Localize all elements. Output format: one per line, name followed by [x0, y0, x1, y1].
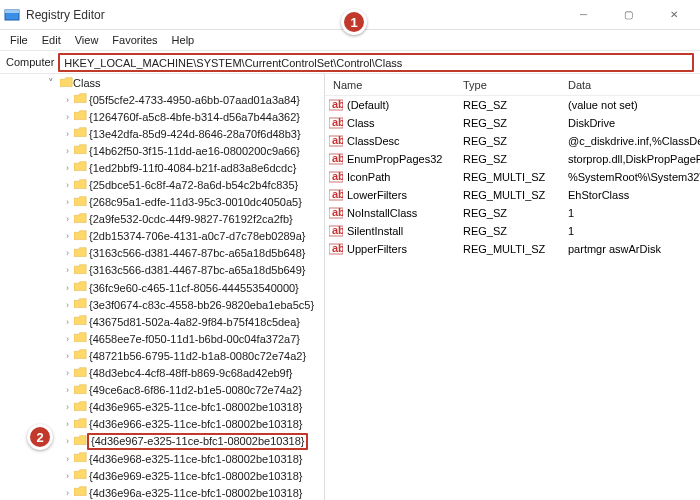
tree-node-label: {49ce6ac8-6f86-11d2-b1e5-0080c72e74a2} — [87, 384, 302, 396]
expand-icon[interactable]: › — [62, 351, 73, 361]
tree-node-label: {4d36e967-e325-11ce-bfc1-08002be10318} — [87, 433, 308, 450]
list-pane[interactable]: Name Type Data ab(Default)REG_SZ(value n… — [325, 74, 700, 500]
expand-icon[interactable]: › — [62, 112, 73, 122]
expand-icon[interactable]: › — [62, 214, 73, 224]
folder-icon — [73, 247, 87, 260]
expand-icon[interactable]: › — [62, 129, 73, 139]
value-name: ClassDesc — [347, 135, 400, 147]
tree-node-label: {4d36e966-e325-11ce-bfc1-08002be10318} — [87, 418, 302, 430]
tree-node[interactable]: ›{268c95a1-edfe-11d3-95c3-0010dc4050a5} — [62, 194, 324, 211]
list-row[interactable]: abEnumPropPages32REG_SZstorprop.dll,Disk… — [325, 150, 700, 168]
tree-node-class[interactable]: ˅Class — [48, 75, 324, 91]
tree-node[interactable]: ›{4d36e967-e325-11ce-bfc1-08002be10318} — [62, 433, 324, 450]
tree-node[interactable]: ›{25dbce51-6c8f-4a72-8a6d-b54c2b4fc835} — [62, 176, 324, 193]
list-row[interactable]: abNoInstallClassREG_SZ1 — [325, 204, 700, 222]
menu-favorites[interactable]: Favorites — [106, 32, 163, 48]
value-name: EnumPropPages32 — [347, 153, 442, 165]
window-controls: ─ ▢ ✕ — [561, 1, 696, 29]
string-value-icon: ab — [329, 98, 343, 112]
content-area: ˅Class›{05f5cfe2-4733-4950-a6bb-07aad01a… — [0, 74, 700, 500]
folder-icon — [73, 144, 87, 157]
close-button[interactable]: ✕ — [651, 1, 696, 29]
list-row[interactable]: abClassDescREG_SZ@c_diskdrive.inf,%Class… — [325, 132, 700, 150]
list-row[interactable]: abClassREG_SZDiskDrive — [325, 114, 700, 132]
value-name: NoInstallClass — [347, 207, 417, 219]
list-row[interactable]: abUpperFiltersREG_MULTI_SZpartmgr aswArD… — [325, 240, 700, 258]
string-value-icon: ab — [329, 206, 343, 220]
maximize-button[interactable]: ▢ — [606, 1, 651, 29]
tree-node[interactable]: ›{49ce6ac8-6f86-11d2-b1e5-0080c72e74a2} — [62, 382, 324, 399]
tree-node-label: {1264760f-a5c8-4bfe-b314-d56a7b44a362} — [87, 111, 300, 123]
folder-icon — [73, 281, 87, 294]
menu-help[interactable]: Help — [166, 32, 201, 48]
tree-node[interactable]: ›{05f5cfe2-4733-4950-a6bb-07aad01a3a84} — [62, 91, 324, 108]
expand-icon[interactable]: › — [62, 317, 73, 327]
string-value-icon: ab — [329, 188, 343, 202]
expand-icon[interactable]: › — [62, 471, 73, 481]
minimize-button[interactable]: ─ — [561, 1, 606, 29]
tree-node[interactable]: ›{14b62f50-3f15-11dd-ae16-0800200c9a66} — [62, 142, 324, 159]
address-path[interactable]: HKEY_LOCAL_MACHINE\SYSTEM\CurrentControl… — [58, 53, 694, 72]
tree-node[interactable]: ›{2db15374-706e-4131-a0c7-d7c78eb0289a} — [62, 228, 324, 245]
tree-node[interactable]: ›{48721b56-6795-11d2-b1a8-0080c72e74a2} — [62, 347, 324, 364]
expand-icon[interactable]: › — [62, 197, 73, 207]
list-row[interactable]: abSilentInstallREG_SZ1 — [325, 222, 700, 240]
tree-node[interactable]: ›{48d3ebc4-4cf8-48ff-b869-9c68ad42eb9f} — [62, 365, 324, 382]
expand-icon[interactable]: › — [62, 146, 73, 156]
expand-icon[interactable]: › — [62, 385, 73, 395]
tree-node[interactable]: ›{1ed2bbf9-11f0-4084-b21f-ad83a8e6dcdc} — [62, 159, 324, 176]
tree-node-label: {3e3f0674-c83c-4558-bb26-9820eba1eba5c5} — [87, 299, 314, 311]
app-icon — [4, 7, 20, 23]
tree-node[interactable]: ›{3163c566-d381-4467-87bc-a65a18d5b648} — [62, 245, 324, 262]
col-type[interactable]: Type — [455, 75, 560, 95]
expand-icon[interactable]: › — [62, 265, 73, 275]
folder-icon — [73, 367, 87, 380]
expand-icon[interactable]: › — [62, 368, 73, 378]
tree-node-label: {05f5cfe2-4733-4950-a6bb-07aad01a3a84} — [87, 94, 300, 106]
expand-icon[interactable]: › — [62, 454, 73, 464]
list-row[interactable]: abLowerFiltersREG_MULTI_SZEhStorClass — [325, 186, 700, 204]
tree-node-label: {3163c566-d381-4467-87bc-a65a18d5b649} — [87, 264, 306, 276]
list-row[interactable]: abIconPathREG_MULTI_SZ%SystemRoot%\Syste… — [325, 168, 700, 186]
tree-node[interactable]: ›{4d36e966-e325-11ce-bfc1-08002be10318} — [62, 416, 324, 433]
string-value-icon: ab — [329, 170, 343, 184]
tree-node-label: {43675d81-502a-4a82-9f84-b75f418c5dea} — [87, 316, 300, 328]
menu-edit[interactable]: Edit — [36, 32, 67, 48]
value-type: REG_MULTI_SZ — [455, 189, 560, 201]
expand-icon[interactable]: › — [62, 231, 73, 241]
svg-rect-1 — [5, 10, 19, 13]
tree-node[interactable]: ›{2a9fe532-0cdc-44f9-9827-76192f2ca2fb} — [62, 211, 324, 228]
expand-icon[interactable]: › — [62, 488, 73, 498]
tree-node[interactable]: ›{4d36e96a-e325-11ce-bfc1-08002be10318} — [62, 484, 324, 500]
tree-node-label: {25dbce51-6c8f-4a72-8a6d-b54c2b4fc835} — [87, 179, 298, 191]
folder-icon — [73, 264, 87, 277]
tree-node[interactable]: ›{1264760f-a5c8-4bfe-b314-d56a7b44a362} — [62, 108, 324, 125]
expand-icon[interactable]: › — [62, 248, 73, 258]
tree-node[interactable]: ›{3e3f0674-c83c-4558-bb26-9820eba1eba5c5… — [62, 296, 324, 313]
tree-node[interactable]: ›{3163c566-d381-4467-87bc-a65a18d5b649} — [62, 262, 324, 279]
tree-node[interactable]: ›{13e42dfa-85d9-424d-8646-28a70f6d48b3} — [62, 125, 324, 142]
expand-icon[interactable]: › — [62, 334, 73, 344]
expand-icon[interactable]: › — [62, 95, 73, 105]
tree-node[interactable]: ›{4658ee7e-f050-11d1-b6bd-00c04fa372a7} — [62, 330, 324, 347]
svg-text:ab: ab — [332, 188, 343, 200]
tree-node[interactable]: ›{43675d81-502a-4a82-9f84-b75f418c5dea} — [62, 313, 324, 330]
expand-icon[interactable]: › — [62, 402, 73, 412]
tree-node[interactable]: ›{36fc9e60-c465-11cf-8056-444553540000} — [62, 279, 324, 296]
expand-icon[interactable]: › — [62, 180, 73, 190]
expand-icon[interactable]: › — [62, 283, 73, 293]
expand-icon[interactable]: › — [62, 436, 73, 446]
tree-node[interactable]: ›{4d36e968-e325-11ce-bfc1-08002be10318} — [62, 450, 324, 467]
expand-icon[interactable]: › — [62, 419, 73, 429]
list-row[interactable]: ab(Default)REG_SZ(value not set) — [325, 96, 700, 114]
col-name[interactable]: Name — [325, 75, 455, 95]
folder-icon — [73, 161, 87, 174]
col-data[interactable]: Data — [560, 75, 700, 95]
expand-icon[interactable]: › — [62, 300, 73, 310]
menu-view[interactable]: View — [69, 32, 105, 48]
menu-file[interactable]: File — [4, 32, 34, 48]
tree-node[interactable]: ›{4d36e969-e325-11ce-bfc1-08002be10318} — [62, 467, 324, 484]
value-type: REG_SZ — [455, 117, 560, 129]
tree-node[interactable]: ›{4d36e965-e325-11ce-bfc1-08002be10318} — [62, 399, 324, 416]
expand-icon[interactable]: › — [62, 163, 73, 173]
